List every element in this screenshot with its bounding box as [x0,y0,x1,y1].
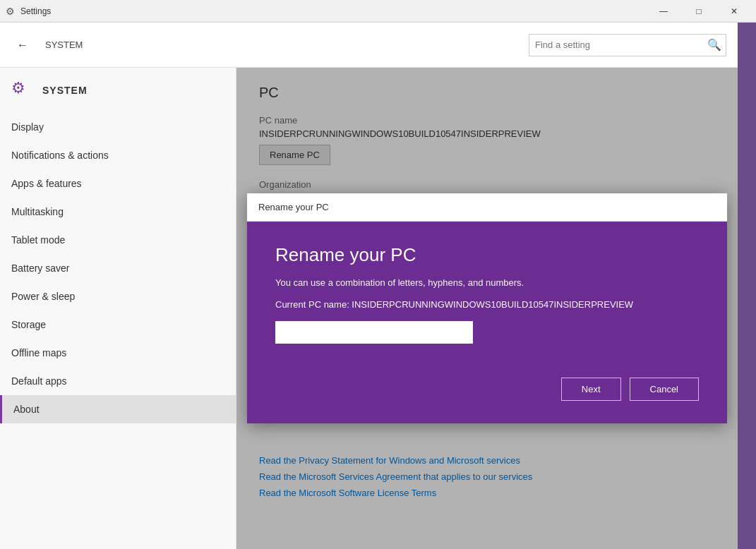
gear-icon: ⚙ [11,79,34,102]
search-icon: 🔍 [703,34,726,56]
new-pc-name-input[interactable] [275,321,473,344]
dialog-current-pc: Current PC name: INSIDERPCRUNNINGWINDOWS… [275,299,699,310]
minimize-button[interactable]: — [647,0,680,23]
sidebar-item-notifications[interactable]: Notifications & actions [0,141,236,169]
dialog-heading: Rename your PC [275,244,699,266]
sidebar-item-default-apps[interactable]: Default apps [0,367,236,395]
back-button[interactable]: ← [11,34,34,56]
rename-dialog: Rename your PC Rename your PC You can us… [247,193,727,423]
sidebar-system-header: ⚙ SYSTEM [0,73,236,113]
main-window: ← SYSTEM 🔍 ⚙ SYSTEM Display Notification… [0,23,738,549]
sidebar-item-offline-maps[interactable]: Offline maps [0,339,236,367]
close-button[interactable]: ✕ [718,0,750,23]
sidebar-item-apps[interactable]: Apps & features [0,169,236,198]
titlebar-left: ⚙ Settings [6,6,51,17]
sidebar-item-battery-saver[interactable]: Battery saver [0,254,236,282]
cancel-button[interactable]: Cancel [630,378,699,401]
sidebar-item-multitasking[interactable]: Multitasking [0,198,236,226]
titlebar: ⚙ Settings — □ ✕ [0,0,756,23]
titlebar-title: Settings [20,6,51,16]
dialog-body: Rename your PC You can use a combination… [247,222,727,366]
dialog-footer: Next Cancel [247,366,727,423]
dialog-topbar-title: Rename your PC [258,202,329,212]
titlebar-controls: — □ ✕ [647,0,750,23]
sidebar-item-tablet-mode[interactable]: Tablet mode [0,226,236,254]
main-content: PC PC name INSIDERPCRUNNINGWINDOWS10BUIL… [236,68,738,549]
search-input[interactable] [529,40,703,50]
search-box: 🔍 [529,34,726,56]
sidebar-system-title: SYSTEM [42,85,88,96]
sidebar: ⚙ SYSTEM Display Notifications & actions… [0,68,236,549]
sidebar-item-storage[interactable]: Storage [0,310,236,339]
dialog-topbar: Rename your PC [247,193,727,222]
sidebar-item-about[interactable]: About [0,395,236,423]
next-button[interactable]: Next [561,378,621,401]
header: ← SYSTEM 🔍 [0,23,738,68]
settings-icon: ⚙ [6,6,15,17]
sidebar-item-power-sleep[interactable]: Power & sleep [0,282,236,310]
body: ⚙ SYSTEM Display Notifications & actions… [0,68,738,549]
sidebar-item-display[interactable]: Display [0,113,236,141]
dialog-description: You can use a combination of letters, hy… [275,277,699,288]
dialog-overlay: Rename your PC Rename your PC You can us… [236,68,738,549]
maximize-button[interactable]: □ [683,0,715,23]
header-title: SYSTEM [45,40,83,50]
